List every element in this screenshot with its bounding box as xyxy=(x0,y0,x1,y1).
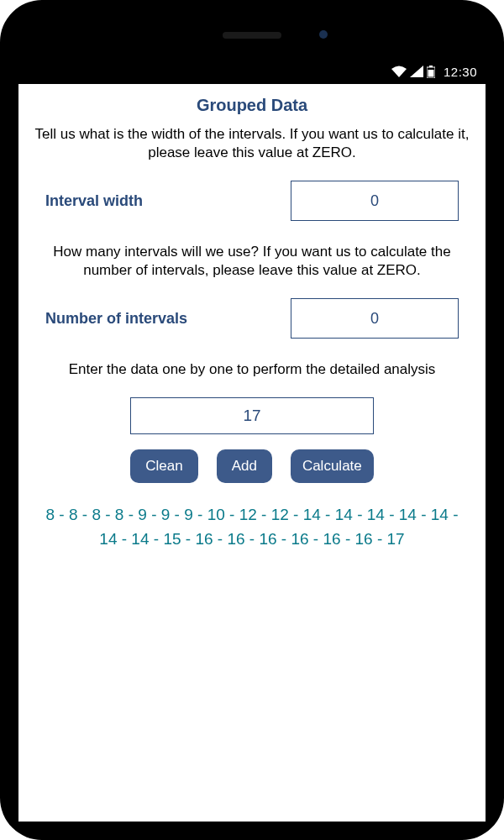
label-interval-count: Number of intervals xyxy=(45,310,187,328)
page-title: Grouped Data xyxy=(29,96,475,115)
battery-icon xyxy=(427,66,435,78)
instruction-data: Enter the data one by one to perform the… xyxy=(29,360,475,379)
add-button[interactable]: Add xyxy=(217,449,272,483)
status-bar: 12:30 xyxy=(18,59,486,84)
sensor-dot xyxy=(319,30,328,39)
input-interval-count[interactable] xyxy=(291,298,459,339)
row-interval-width: Interval width xyxy=(29,181,475,221)
screen: 12:30 Grouped Data Tell us what is the w… xyxy=(18,59,486,822)
input-data-value[interactable] xyxy=(130,397,374,434)
clean-button[interactable]: Clean xyxy=(130,449,197,483)
signal-icon xyxy=(410,66,423,77)
status-time: 12:30 xyxy=(444,65,477,79)
phone-frame: 12:30 Grouped Data Tell us what is the w… xyxy=(0,0,504,840)
row-interval-count: Number of intervals xyxy=(29,298,475,339)
calculate-button[interactable]: Calculate xyxy=(291,449,374,483)
instruction-width: Tell us what is the width of the interva… xyxy=(29,125,475,162)
content: Grouped Data Tell us what is the width o… xyxy=(18,84,486,822)
data-list: 8 - 8 - 8 - 8 - 9 - 9 - 9 - 10 - 12 - 12… xyxy=(29,503,475,551)
instruction-count: How many intervals will we use? If you w… xyxy=(29,243,475,280)
input-interval-width[interactable] xyxy=(291,181,459,221)
button-row: Clean Add Calculate xyxy=(29,449,475,483)
label-interval-width: Interval width xyxy=(45,192,143,210)
wifi-icon xyxy=(391,66,407,77)
earpiece xyxy=(223,32,281,39)
svg-rect-2 xyxy=(428,70,433,77)
